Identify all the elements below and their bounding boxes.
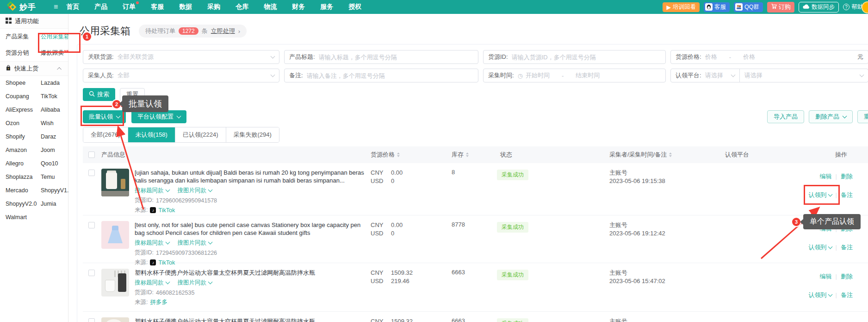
- price-min-input[interactable]: 价格: [705, 53, 717, 61]
- row-checkbox[interactable]: [88, 318, 95, 322]
- search-same-title-link[interactable]: 搜标题同款: [135, 239, 169, 247]
- filter-claim-platform-box[interactable]: 认领平台: 请选择 请选择: [670, 69, 868, 82]
- data-sync-button[interactable]: 数据同步: [799, 2, 839, 13]
- edit-link[interactable]: 编辑: [820, 173, 832, 180]
- sidebar-item-wish[interactable]: Wish: [35, 116, 72, 130]
- origin-platform-link[interactable]: TikTok: [158, 207, 175, 214]
- search-same-title-link[interactable]: 搜标题同款: [135, 187, 169, 195]
- product-title-input[interactable]: [319, 54, 473, 61]
- sidebar-item-coupang[interactable]: Coupang: [0, 89, 35, 103]
- nav-item-home[interactable]: 首页: [66, 3, 79, 11]
- sidebar-item-allegro[interactable]: Allegro: [0, 157, 35, 170]
- tab-failed[interactable]: 采集失败(294): [226, 127, 279, 142]
- note-link[interactable]: 备注: [841, 191, 853, 198]
- sidebar-item-shoplazza[interactable]: Shoplazza: [0, 170, 35, 183]
- sort-icon[interactable]: [669, 151, 672, 158]
- filter-price-range-box[interactable]: 货源价格: 价格 - 价格 元: [670, 50, 868, 64]
- sidebar-item-alibaba[interactable]: Alibaba: [35, 103, 72, 116]
- search-same-image-link[interactable]: 搜图片同款: [178, 239, 212, 247]
- retry-button[interactable]: 重试: [857, 110, 868, 123]
- sidebar-item-jumia[interactable]: Jumia: [35, 197, 72, 210]
- delete-link[interactable]: 删除: [841, 225, 853, 232]
- nav-item-warehouse[interactable]: 仓库: [236, 3, 248, 11]
- filter-associated-source-select[interactable]: 关联货源: 全部关联货源: [83, 50, 279, 64]
- col-price[interactable]: 货源价格: [371, 151, 452, 159]
- edit-link[interactable]: 编辑: [820, 273, 832, 280]
- sidebar-item-ozon[interactable]: Ozon: [0, 116, 35, 130]
- import-product-button[interactable]: 导入产品: [767, 110, 804, 123]
- claim-to-dropdown[interactable]: 认领到: [809, 244, 832, 251]
- filter-collector-select[interactable]: 采集人员: 全部: [83, 69, 279, 82]
- nav-item-data[interactable]: 数据: [179, 3, 192, 11]
- tab-all[interactable]: 全部(2676): [83, 127, 128, 142]
- sidebar-item-joom[interactable]: Joom: [35, 143, 72, 157]
- nav-item-finance[interactable]: 财务: [292, 3, 305, 11]
- sort-icon[interactable]: [397, 151, 400, 158]
- menu-collapse-icon[interactable]: ≡: [54, 3, 58, 11]
- claim-to-dropdown[interactable]: 认领到: [809, 191, 832, 198]
- col-collector[interactable]: 采集者/采集时间/备注: [609, 151, 713, 159]
- brand-logo[interactable]: 妙手: [0, 1, 43, 13]
- tab-unclaimed[interactable]: 未认领(158): [128, 127, 175, 142]
- delete-link[interactable]: 删除: [841, 273, 853, 280]
- sidebar-item-source-distribute[interactable]: 货源分销: [0, 45, 35, 61]
- chevron-up-icon[interactable]: [57, 67, 62, 72]
- end-time-input[interactable]: 结束时间: [576, 71, 600, 80]
- filter-collect-time-range[interactable]: 采集时间: ◷ 开始时间 - 结束时间: [483, 69, 666, 82]
- search-button[interactable]: 搜索: [83, 88, 115, 101]
- sidebar-item-amazon[interactable]: Amazon: [0, 143, 35, 157]
- sidebar-item-daraz[interactable]: Daraz: [35, 130, 72, 143]
- origin-platform-link[interactable]: TikTok: [158, 259, 175, 266]
- sidebar-item-shopify[interactable]: Shopify: [0, 130, 35, 143]
- sidebar-item-shopyyv1[interactable]: ShopyyV1.0: [35, 183, 72, 197]
- row-checkbox[interactable]: [88, 222, 95, 228]
- sidebar-item-mercado[interactable]: Mercado: [0, 183, 35, 197]
- help-link[interactable]: ? 帮助: [843, 3, 863, 11]
- sidebar-item-shopyyv2[interactable]: ShopyyV2.0: [0, 197, 35, 210]
- nav-item-product[interactable]: 产品: [94, 3, 107, 11]
- platform-claim-config-button[interactable]: 平台认领配置: [131, 110, 186, 123]
- search-same-image-link[interactable]: 搜图片同款: [178, 279, 212, 287]
- filter-source-id-input-box[interactable]: 货源ID:: [483, 50, 666, 64]
- training-replay-badge[interactable]: ▶培训回看: [663, 2, 700, 12]
- start-time-input[interactable]: 开始时间: [526, 71, 550, 80]
- claim-to-dropdown[interactable]: 认领到: [809, 291, 832, 298]
- nav-item-purchase[interactable]: 采购: [207, 3, 220, 11]
- nav-item-services[interactable]: 服务: [320, 3, 333, 11]
- price-max-input[interactable]: 价格: [743, 53, 755, 61]
- nav-item-orders[interactable]: 订单: [123, 3, 136, 11]
- delete-product-button[interactable]: 删除产品: [809, 110, 853, 123]
- batch-claim-button[interactable]: 批量认领: [83, 110, 126, 123]
- sidebar-item-temu[interactable]: Temu: [35, 170, 72, 183]
- note-link[interactable]: 备注: [841, 291, 853, 298]
- customer-service-badge[interactable]: 客服: [704, 2, 730, 12]
- sidebar-item-qoo10[interactable]: Qoo10: [35, 157, 72, 170]
- row-checkbox[interactable]: [88, 270, 95, 276]
- nav-item-logistics[interactable]: 物流: [264, 3, 277, 11]
- source-id-input[interactable]: [512, 54, 661, 61]
- tab-claimed[interactable]: 已认领(2224): [175, 127, 226, 142]
- filter-product-title-input-box[interactable]: 产品标题:: [284, 50, 478, 64]
- origin-platform-link[interactable]: 拼多多: [150, 298, 167, 306]
- filter-note-input-box[interactable]: 备注:: [284, 69, 478, 82]
- search-same-image-link[interactable]: 搜图片同款: [178, 187, 212, 195]
- sort-icon[interactable]: [466, 151, 469, 158]
- nav-item-service[interactable]: 客服: [151, 3, 164, 11]
- sidebar-item-walmart[interactable]: Walmart: [0, 210, 35, 224]
- order-purchase-badge[interactable]: 订购: [767, 2, 794, 13]
- sidebar-section-general[interactable]: 通用功能: [0, 14, 68, 29]
- nav-item-authorize[interactable]: 授权: [348, 3, 361, 11]
- claim-platform-select-1[interactable]: 请选择: [705, 71, 723, 80]
- search-same-title-link[interactable]: 搜标题同款: [135, 279, 169, 287]
- qq-group-badge[interactable]: QQ群: [734, 2, 763, 12]
- reset-button[interactable]: 重置: [120, 88, 145, 101]
- delete-link[interactable]: 删除: [841, 173, 853, 180]
- sidebar-section-quick-list[interactable]: 快速上货: [0, 61, 68, 76]
- claim-platform-select-2[interactable]: 请选择: [744, 71, 763, 80]
- note-input[interactable]: [307, 72, 473, 79]
- sidebar-item-shopee[interactable]: Shopee: [0, 76, 35, 89]
- process-now-link[interactable]: 立即处理: [211, 27, 235, 35]
- col-stock[interactable]: 库存: [452, 151, 493, 159]
- edit-link[interactable]: 编辑: [820, 225, 832, 232]
- sidebar-item-aliexpress[interactable]: AliExpress: [0, 103, 35, 116]
